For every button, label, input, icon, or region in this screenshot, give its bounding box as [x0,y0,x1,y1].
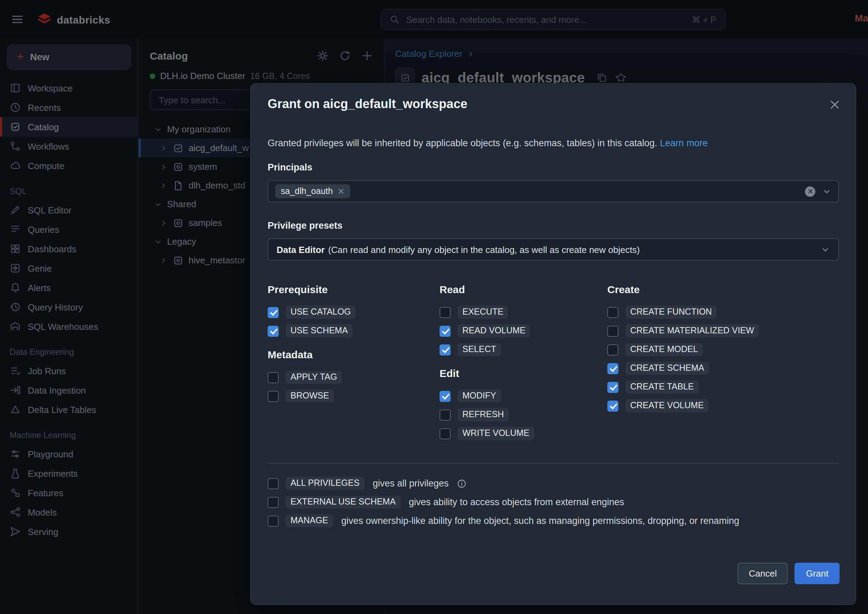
privilege-presets-label: Privilege presets [268,220,343,231]
column-header: Prerequisite [268,284,434,297]
privilege-description: gives ownership-like ability for the obj… [341,516,739,526]
principal-chip-label: sa_dlh_oauth [281,186,333,196]
privilege-row-write-volume[interactable]: WRITE VOLUME [439,424,606,443]
checkbox[interactable] [439,409,450,420]
checkbox[interactable] [439,428,450,439]
privilege-row-execute[interactable]: EXECUTE [439,303,606,321]
privilege-label: CREATE MATERIALIZED VIEW [625,324,759,338]
privilege-label: REFRESH [458,408,509,421]
privilege-label: USE CATALOG [286,305,356,319]
privilege-label: CREATE FUNCTION [625,305,717,319]
close-icon[interactable] [829,99,840,110]
checkbox[interactable] [268,496,279,508]
privilege-row-use-catalog[interactable]: USE CATALOG [268,303,434,321]
privilege-row-all-privileges[interactable]: ALL PRIVILEGES gives all privileges [268,474,739,493]
close-icon [807,189,813,194]
grant-button[interactable]: Grant [795,563,840,584]
privilege-label: CREATE MODEL [625,343,703,356]
databricks-app: databricks ⌘ + P Ma + New Workspace Rece… [0,0,868,614]
privilege-row-use-schema[interactable]: USE SCHEMA [268,321,434,340]
privilege-label: USE SCHEMA [286,324,352,338]
cancel-button[interactable]: Cancel [738,563,788,584]
preset-name: Data Editor [276,244,325,255]
privilege-label: READ VOLUME [458,324,530,338]
column-subheader: Metadata [268,349,434,363]
privilege-label: WRITE VOLUME [458,426,534,440]
privilege-label: MANAGE [286,514,333,527]
column-header: Read [439,284,606,297]
privilege-label: CREATE TABLE [625,380,699,394]
privilege-row-create-volume[interactable]: CREATE VOLUME [607,396,840,415]
privilege-row-browse[interactable]: BROWSE [268,387,434,405]
dialog-description: Granted privileges will be inherited by … [268,138,708,148]
privilege-column-read: Read EXECUTE READ VOLUME SELECT Edit MOD… [439,284,606,443]
principals-input[interactable]: sa_dlh_oauth [268,180,839,202]
privilege-row-external-use-schema[interactable]: EXTERNAL USE SCHEMA gives ability to acc… [268,493,739,512]
privilege-row-manage[interactable]: MANAGE gives ownership-like ability for … [268,512,739,530]
checkbox[interactable] [607,381,618,392]
checkbox[interactable] [607,326,618,336]
chevron-down-icon[interactable] [822,187,831,196]
privilege-description: gives all privileges [373,478,449,488]
privilege-label: MODIFY [458,389,501,403]
clear-all-icon[interactable] [805,186,815,197]
checkbox[interactable] [268,478,279,489]
privilege-label: SELECT [458,343,501,356]
privilege-row-create-materialized-view[interactable]: CREATE MATERIALIZED VIEW [607,321,840,340]
divider [268,463,839,464]
screen: databricks ⌘ + P Ma + New Workspace Rece… [0,0,868,614]
privilege-row-read-volume[interactable]: READ VOLUME [439,321,606,340]
column-header: Create [607,284,840,297]
checkbox[interactable] [268,372,279,383]
chevron-down-icon [821,245,830,254]
privilege-row-apply-tag[interactable]: APPLY TAG [268,368,434,387]
privilege-description: gives ability to access objects from ext… [409,497,624,507]
column-subheader: Edit [439,367,606,381]
checkbox[interactable] [268,515,279,526]
privilege-row-modify[interactable]: MODIFY [439,387,606,405]
privilege-label: EXTERNAL USE SCHEMA [286,495,401,509]
privilege-row-create-schema[interactable]: CREATE SCHEMA [607,359,840,378]
privilege-column-create: Create CREATE FUNCTION CREATE MATERIALIZ… [607,284,840,415]
checkbox[interactable] [268,391,279,402]
checkbox[interactable] [439,344,450,355]
checkbox[interactable] [607,400,618,411]
privilege-label: BROWSE [286,389,334,403]
privilege-row-select[interactable]: SELECT [439,340,606,359]
description-text: Granted privileges will be inherited by … [268,138,657,148]
privilege-column-prerequisite: Prerequisite USE CATALOG USE SCHEMA Meta… [268,284,434,405]
privilege-label: ALL PRIVILEGES [286,476,364,490]
grant-dialog: Grant on aicg_default_workspace Granted … [250,83,856,605]
principal-chip[interactable]: sa_dlh_oauth [275,185,350,198]
info-icon[interactable] [457,479,467,488]
checkbox[interactable] [439,326,450,336]
checkbox[interactable] [607,307,618,318]
privilege-label: CREATE SCHEMA [625,361,709,375]
remove-chip-icon[interactable] [338,188,345,195]
preset-description: (Can read and modify any object in the c… [328,244,640,255]
privilege-label: APPLY TAG [286,371,342,384]
checkbox[interactable] [439,391,450,402]
privilege-row-refresh[interactable]: REFRESH [439,405,606,424]
checkbox[interactable] [607,344,618,355]
dialog-title: Grant on aicg_default_workspace [268,97,467,112]
privilege-preset-select[interactable]: Data Editor (Can read and modify any obj… [268,239,839,260]
privilege-row-create-model[interactable]: CREATE MODEL [607,340,840,359]
principals-label: Principals [268,162,312,172]
checkbox[interactable] [268,307,279,318]
checkbox[interactable] [268,326,279,336]
privilege-row-create-table[interactable]: CREATE TABLE [607,378,840,396]
checkbox[interactable] [439,307,450,318]
checkbox[interactable] [607,363,618,374]
privilege-row-create-function[interactable]: CREATE FUNCTION [607,303,840,321]
privilege-label: EXECUTE [458,305,508,319]
extra-privileges: ALL PRIVILEGES gives all privileges EXTE… [268,474,739,530]
learn-more-link[interactable]: Learn more [660,138,708,148]
privilege-label: CREATE VOLUME [625,399,708,412]
